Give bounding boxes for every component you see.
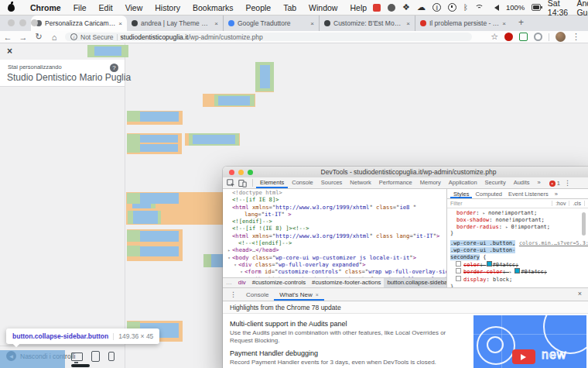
capture-extension-icon[interactable] <box>519 33 528 41</box>
new-tab-button[interactable]: + <box>518 17 524 29</box>
drawer-close-icon[interactable]: × <box>578 290 582 297</box>
tab-close-icon[interactable]: × <box>118 20 122 27</box>
volume-icon[interactable] <box>491 5 499 11</box>
styles-tab-[interactable]: » <box>552 190 561 198</box>
menubar-clock[interactable]: Sat 14:36 <box>548 0 570 17</box>
cls-toggle[interactable]: .cls <box>569 201 581 206</box>
styles-filter-input[interactable]: Filter <box>450 201 549 206</box>
adblock-extension-icon[interactable] <box>504 33 513 41</box>
css-rule-line[interactable]: border-color: ▸ #04a4cc; <box>447 268 588 276</box>
clock-icon[interactable] <box>448 3 456 12</box>
dom-line[interactable]: <![endif]--> <box>223 218 446 225</box>
tab-close-icon[interactable]: × <box>316 289 319 301</box>
browser-tab[interactable]: andrea | Lay Theme Forum× <box>127 15 223 31</box>
css-rule-line[interactable]: color: #04a4cc; <box>447 261 588 269</box>
error-badge[interactable]: × 1 <box>549 180 560 187</box>
breadcrumb-item[interactable]: … <box>223 278 235 287</box>
css-source-link[interactable]: colors.min.…s?ver=5.3:2 <box>519 240 588 247</box>
dom-line[interactable]: ▾<div class="wp-full-overlay expanded"> <box>223 261 446 268</box>
breadcrumb-item[interactable]: #customize-controls <box>249 278 309 287</box>
info-icon[interactable]: i <box>70 33 77 40</box>
preview-desktop-icon[interactable] <box>71 353 83 361</box>
css-rule-line[interactable]: .wp-core-ui .button- <box>447 247 588 254</box>
menu-tab[interactable]: Tab <box>277 3 303 12</box>
breadcrumb-item[interactable]: div <box>235 278 249 287</box>
css-rule-line[interactable]: secondary { <box>447 254 588 261</box>
css-rule-line[interactable]: border-radius: ▸ 0!important; <box>447 224 588 231</box>
devtools-tab-sources[interactable]: Sources <box>317 177 347 188</box>
devtools-tab-memory[interactable]: Memory <box>416 177 445 188</box>
wifi-icon[interactable] <box>475 4 484 11</box>
devtools-menu-icon[interactable]: ⋮ <box>564 179 571 187</box>
drawer-menu-icon[interactable]: ⋮ <box>226 291 241 298</box>
devtools-tab-application[interactable]: Application <box>445 177 481 188</box>
devtools-tab-network[interactable]: Network <box>346 177 375 188</box>
preview-mobile-icon[interactable] <box>108 352 115 361</box>
profile-avatar[interactable] <box>556 32 566 42</box>
new-style-rule-button[interactable]: + <box>584 201 588 206</box>
dom-line[interactable]: <html xmlns="http://www.w3.org/1999/xhtm… <box>223 232 446 239</box>
dom-line[interactable]: <!--[if IE 8]> <box>223 196 446 203</box>
youtube-play-icon[interactable] <box>512 349 535 364</box>
device-toolbar-icon[interactable] <box>238 178 248 188</box>
menu-window[interactable]: Window <box>303 3 344 12</box>
menu-edit[interactable]: Edit <box>93 3 119 12</box>
css-rule-line[interactable]: display: block; <box>447 276 588 284</box>
reload-icon[interactable]: ↻ <box>31 32 46 42</box>
hov-toggle[interactable]: :hov <box>552 201 566 206</box>
back-icon[interactable]: ← <box>0 33 15 42</box>
minimize-window-icon[interactable] <box>19 19 26 26</box>
cloud-icon[interactable] <box>417 2 426 12</box>
forward-icon[interactable]: → <box>15 33 31 42</box>
property-checkbox[interactable] <box>456 276 461 281</box>
css-rule-line[interactable]: border: ▸ none!important; <box>447 210 588 217</box>
zoom-window-icon[interactable] <box>31 19 38 26</box>
zoom-window-icon[interactable] <box>248 170 253 175</box>
bookmark-star-icon[interactable]: ☆ <box>491 32 498 42</box>
devtools-tab-performance[interactable]: Performance <box>375 177 416 188</box>
url-text[interactable]: studiodentisticopuglia.it/wp-admin/custo… <box>121 33 263 41</box>
dom-line[interactable]: <!doctype html> <box>223 189 446 196</box>
tab-close-icon[interactable]: × <box>502 20 506 27</box>
close-window-icon[interactable] <box>229 170 234 175</box>
inspect-element-icon[interactable] <box>226 178 236 188</box>
browser-tab[interactable]: Customize: B'Est Movie 2019× <box>319 15 415 31</box>
help-icon[interactable]: ? <box>110 64 118 72</box>
color-swatch[interactable] <box>514 268 520 273</box>
home-icon[interactable]: ⌂ <box>46 33 62 42</box>
menu-file[interactable]: File <box>67 3 93 12</box>
whats-new-section-title[interactable]: Payment Handler debugging <box>230 349 466 357</box>
devtools-titlebar[interactable]: DevTools - studiodentisticopuglia.it/wp-… <box>223 167 588 178</box>
devtools-tab-console[interactable]: Console <box>288 177 317 188</box>
dom-line[interactable]: ▸<head>…</head> <box>223 246 446 253</box>
dom-line[interactable]: ▾<body class="wp-core-ui wp-customizer j… <box>223 254 446 261</box>
minimize-window-icon[interactable] <box>238 170 244 175</box>
menu-history[interactable]: History <box>149 3 186 12</box>
drawer-tab-console[interactable]: Console <box>241 289 274 301</box>
chrome-78-promo-image[interactable]: new <box>473 315 586 368</box>
devtools-tab-elements[interactable]: Elements <box>256 177 288 188</box>
menu-chrome[interactable]: Chrome <box>24 3 67 12</box>
devtools-tab-[interactable]: » <box>534 177 545 188</box>
extension-icon[interactable] <box>534 33 542 41</box>
breadcrumb-item[interactable]: #customize-footer-actions <box>309 278 384 287</box>
devtools-tab-audits[interactable]: Audits <box>510 177 534 188</box>
styles-tab-eventlisteners[interactable]: Event Listeners <box>505 190 552 198</box>
styles-tab-computed[interactable]: Computed <box>472 190 505 198</box>
dom-line[interactable]: ▾<form id="customize-controls" class="wr… <box>223 268 446 275</box>
app-red-icon[interactable] <box>373 4 381 12</box>
menu-people[interactable]: People <box>239 3 277 12</box>
browser-tab[interactable]: Personalizza Caricamento...× <box>31 15 127 31</box>
parallels-icon[interactable] <box>432 3 441 12</box>
bluetooth-icon[interactable] <box>463 3 468 12</box>
app-gray-icon[interactable] <box>388 4 395 12</box>
property-checkbox[interactable] <box>456 261 461 267</box>
drawer-tab-whatsnew[interactable]: What's New× <box>274 289 324 301</box>
menu-help[interactable]: Help <box>344 3 373 12</box>
dom-line[interactable]: <!--[if !(IE 8) ]><!--> <box>223 225 446 232</box>
address-bar[interactable]: i Not Secure studiodentisticopuglia.it/w… <box>65 33 472 41</box>
css-rule-line[interactable]: box-shadow: none!important; <box>447 217 588 224</box>
menu-bookmarks[interactable]: Bookmarks <box>186 3 240 12</box>
whats-new-section-title[interactable]: Multi-client support in the Audits panel <box>230 320 466 328</box>
menu-view[interactable]: View <box>119 3 149 12</box>
